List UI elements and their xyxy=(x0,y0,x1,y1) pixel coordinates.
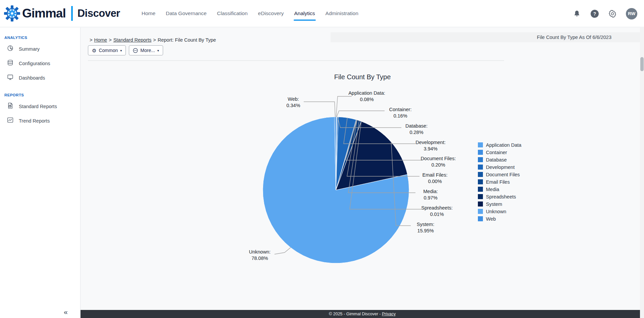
label-connector-line xyxy=(304,102,335,117)
legend-item-web[interactable]: Web xyxy=(478,216,522,221)
legend-color-swatch xyxy=(478,150,483,155)
pie-data-label: Document Files: xyxy=(421,156,456,161)
sidebar: ANALYTICSSummaryConfigurationsDashboards… xyxy=(0,28,81,318)
sidebar-section-title: REPORTS xyxy=(4,93,80,97)
pie-data-label: System: xyxy=(417,222,434,227)
nav-item-analytics[interactable]: Analytics xyxy=(294,8,316,19)
pie-data-label: 0.20% xyxy=(431,162,445,168)
legend-color-swatch xyxy=(478,187,483,192)
legend-label: Application Data xyxy=(486,142,522,148)
legend-label: Development xyxy=(486,165,514,170)
sidebar-item-label: Dashboards xyxy=(19,75,45,81)
footer-text: © 2025 - Gimmal Discover - Privacy xyxy=(329,312,396,316)
legend-item-email-files[interactable]: Email Files xyxy=(478,179,522,184)
pie-data-label: Spreadsheets: xyxy=(421,205,453,211)
legend-label: Email Files xyxy=(486,179,510,185)
sidebar-item-summary[interactable]: Summary xyxy=(0,42,80,56)
legend-label: Spreadsheets xyxy=(486,194,516,199)
nav-item-administration[interactable]: Administration xyxy=(325,8,359,19)
legend-label: Database xyxy=(486,157,507,163)
main-nav: HomeData GovernanceClassificationeDiscov… xyxy=(141,8,359,19)
legend-item-document-files[interactable]: Document Files xyxy=(478,172,522,177)
pie-data-label: Email Files: xyxy=(423,172,448,178)
legend-color-swatch xyxy=(478,194,483,199)
pie-data-label: Container: xyxy=(389,107,412,112)
legend-color-swatch xyxy=(478,201,483,207)
help-icon[interactable]: ? xyxy=(590,9,599,18)
pie-data-label: Development: xyxy=(415,140,445,145)
label-connector-line xyxy=(336,96,352,117)
legend-color-swatch xyxy=(478,172,483,177)
legend-item-media[interactable]: Media xyxy=(478,187,522,192)
nav-item-data-governance[interactable]: Data Governance xyxy=(165,8,207,19)
sidebar-section-title: ANALYTICS xyxy=(4,36,80,40)
pie-data-label: 78.08% xyxy=(251,256,268,261)
brand-product: Discover xyxy=(78,7,120,19)
pie-data-label: Application Data: xyxy=(348,90,385,96)
legend-item-development[interactable]: Development xyxy=(478,165,522,170)
legend-color-swatch xyxy=(478,179,483,184)
pie-data-label: Web: xyxy=(288,96,299,102)
legend-item-system[interactable]: System xyxy=(478,201,522,207)
legend-color-swatch xyxy=(478,157,483,162)
sidebar-item-label: Standard Reports xyxy=(19,104,57,109)
nav-item-ediscovery[interactable]: eDiscovery xyxy=(257,8,285,19)
sidebar-item-configurations[interactable]: Configurations xyxy=(0,56,80,71)
svg-text:?: ? xyxy=(593,11,596,16)
sidebar-item-label: Configurations xyxy=(19,61,50,66)
label-connector-line xyxy=(337,111,385,117)
legend-item-unknown[interactable]: Unknown xyxy=(478,209,522,214)
monitor-icon xyxy=(7,74,14,82)
user-avatar[interactable]: RW xyxy=(626,8,637,19)
vertical-scrollbar[interactable] xyxy=(640,28,644,318)
database-icon xyxy=(7,59,14,67)
brand-name: Gimmal xyxy=(22,6,66,20)
nav-item-home[interactable]: Home xyxy=(141,8,156,19)
legend-item-database[interactable]: Database xyxy=(478,157,522,162)
pie-data-label: Unknown: xyxy=(249,249,270,255)
label-connector-line xyxy=(275,247,291,254)
legend-color-swatch xyxy=(478,165,483,170)
pie-data-label: 0.16% xyxy=(393,113,407,119)
legend-item-container[interactable]: Container xyxy=(478,150,522,155)
pie-data-label: 0.97% xyxy=(424,195,437,200)
pie-chart-icon xyxy=(7,45,14,53)
legend-color-swatch xyxy=(478,209,483,214)
brand-divider xyxy=(71,6,73,21)
legend-label: Media xyxy=(486,187,499,192)
trend-line-icon xyxy=(7,117,14,125)
pie-data-label: 3.94% xyxy=(424,146,437,151)
legend-color-swatch xyxy=(478,142,483,147)
app-window: Gimmal Discover HomeData GovernanceClass… xyxy=(0,0,644,318)
scrollbar-thumb[interactable] xyxy=(640,57,644,71)
brand-logo[interactable]: Gimmal Discover xyxy=(3,5,120,22)
legend-label: Document Files xyxy=(486,172,520,177)
sidebar-item-standard-reports[interactable]: Standard Reports xyxy=(0,99,80,113)
sidebar-item-dashboards[interactable]: Dashboards xyxy=(0,71,80,85)
pie-data-label: Database: xyxy=(405,123,428,129)
pie-data-label: 0.08% xyxy=(360,97,374,102)
settings-gear-icon[interactable] xyxy=(608,9,617,18)
nav-item-classification[interactable]: Classification xyxy=(216,8,248,19)
pie-data-label: 0.28% xyxy=(409,130,423,135)
legend-color-swatch xyxy=(478,216,483,221)
legend-label: Unknown xyxy=(486,209,506,214)
pie-data-label: Media: xyxy=(423,189,438,194)
notifications-bell-icon[interactable] xyxy=(573,9,581,18)
sidebar-item-label: Summary xyxy=(19,46,40,52)
sidebar-item-label: Trend Reports xyxy=(19,118,50,124)
legend-item-spreadsheets[interactable]: Spreadsheets xyxy=(478,194,522,199)
sidebar-item-trend-reports[interactable]: Trend Reports xyxy=(0,113,80,128)
legend-label: Container xyxy=(486,150,507,155)
chart-legend: Application DataContainerDatabaseDevelop… xyxy=(478,142,522,224)
gimmal-gear-icon xyxy=(3,5,21,22)
app-footer: © 2025 - Gimmal Discover - Privacy xyxy=(81,310,644,318)
privacy-link[interactable]: Privacy xyxy=(382,312,396,316)
sidebar-collapse-button[interactable]: « xyxy=(64,308,68,316)
report-document-icon xyxy=(7,102,14,110)
legend-item-application-data[interactable]: Application Data xyxy=(478,142,522,147)
pie-data-label: 0.34% xyxy=(286,103,300,108)
legend-label: System xyxy=(486,201,502,207)
header-actions: ? RW xyxy=(573,0,637,27)
app-header: Gimmal Discover HomeData GovernanceClass… xyxy=(0,0,644,27)
